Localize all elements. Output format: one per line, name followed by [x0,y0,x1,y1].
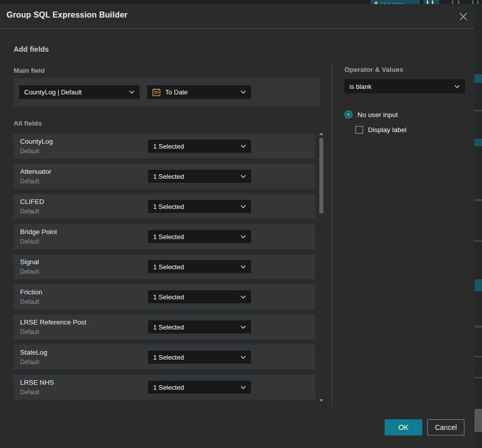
field-name: CLIFED [20,198,44,205]
display-label-checkbox[interactable]: Display label [355,126,407,134]
field-selected-dropdown[interactable]: 1 Selected [148,200,251,213]
field-subtitle: Default [20,208,39,215]
field-selected-dropdown[interactable]: 1 Selected [148,260,251,273]
scroll-up-icon[interactable] [319,133,323,135]
field-row: Bridge Point Default 1 Selected [13,224,315,249]
dialog-title: Group SQL Expression Builder [7,11,128,20]
field-name: LRSE Reference Post [20,318,86,326]
group-sql-expression-builder-dialog: Group SQL Expression Builder Add fields … [0,4,474,448]
field-row: StateLog Default 1 Selected [13,345,315,370]
field-subtitle: Default [20,389,39,396]
field-name: StateLog [20,349,47,356]
cancel-button[interactable]: Cancel [427,419,464,435]
field-row: Attenuator Default 1 Selected [13,164,315,189]
checkbox-icon [355,126,363,134]
column-divider [332,63,332,409]
field-name: LRSE NHS [20,379,54,386]
field-selected-dropdown[interactable]: 1 Selected [148,381,251,394]
ok-button[interactable]: OK [385,419,422,435]
field-subtitle: Default [20,238,39,245]
main-field-label: Main field [14,67,45,74]
no-user-input-radio[interactable]: No user input [344,110,398,119]
background-app-top: Live view [0,0,482,4]
fields-scrollbar[interactable] [318,132,324,403]
all-fields-label: All fields [14,120,42,127]
toolbar-fragment [471,0,481,4]
field-name: Signal [20,258,39,266]
chevron-down-icon [240,356,246,359]
field-selected-dropdown[interactable]: 1 Selected [148,290,251,303]
calendar-icon [152,88,161,96]
field-selected-dropdown[interactable]: 1 Selected [148,140,251,153]
scrollbar-thumb[interactable] [319,138,323,213]
field-subtitle: Default [20,359,39,366]
chevron-down-icon [240,235,246,239]
main-field-type-select[interactable]: To Date [147,85,251,99]
field-row: CLIFED Default 1 Selected [13,194,315,219]
background-app-right [474,4,482,448]
chevron-down-icon [240,90,246,94]
field-subtitle: Default [20,178,39,185]
screen: Live view Group SQL Expression Builder [0,0,482,448]
field-subtitle: Default [20,268,39,275]
main-field-select[interactable]: CountyLog | Default [19,85,140,99]
chevron-down-icon [240,265,246,269]
operator-values-label: Operator & Values [344,66,403,73]
radio-icon [344,110,352,119]
live-view-indicator[interactable]: Live view [371,0,420,4]
chevron-down-icon [240,325,246,329]
field-subtitle: Default [20,328,39,335]
field-selected-dropdown[interactable]: 1 Selected [148,351,251,364]
chevron-down-icon [240,205,246,208]
chevron-down-icon [240,386,246,389]
main-field-panel: CountyLog | Default To Date [13,78,320,106]
close-icon[interactable] [456,10,470,24]
add-fields-heading: Add fields [14,45,49,53]
operator-select[interactable]: is blank [344,79,465,93]
live-view-label: Live view [381,1,403,4]
dialog-titlebar: Group SQL Expression Builder [0,4,474,29]
toolbar-fragment [423,0,439,4]
field-selected-dropdown[interactable]: 1 Selected [148,170,251,183]
field-name: Friction [20,288,42,296]
chevron-down-icon [240,145,246,148]
field-name: Attenuator [20,168,51,175]
all-fields-list: CountyLog Default 1 Selected Attenuator … [13,134,315,405]
display-label-text: Display label [368,126,407,134]
field-subtitle: Default [20,298,39,305]
field-row: LRSE NHS Default 1 Selected [13,375,315,400]
no-user-input-label: No user input [357,111,398,119]
field-selected-dropdown[interactable]: 1 Selected [148,230,251,243]
toolbar-fragment [451,0,466,4]
field-row: CountyLog Default 1 Selected [13,134,315,159]
chevron-down-icon [240,295,246,299]
field-row: Signal Default 1 Selected [13,254,315,279]
field-row: LRSE Reference Post Default 1 Selected [13,314,315,340]
field-name: CountyLog [20,138,53,145]
field-name: Bridge Point [20,228,57,236]
chevron-down-icon [240,175,246,178]
field-row: Friction Default 1 Selected [13,284,315,309]
chevron-down-icon [454,85,460,88]
scroll-down-icon[interactable] [319,399,323,402]
field-subtitle: Default [20,148,39,155]
field-selected-dropdown[interactable]: 1 Selected [148,320,251,333]
chevron-down-icon [129,90,135,94]
